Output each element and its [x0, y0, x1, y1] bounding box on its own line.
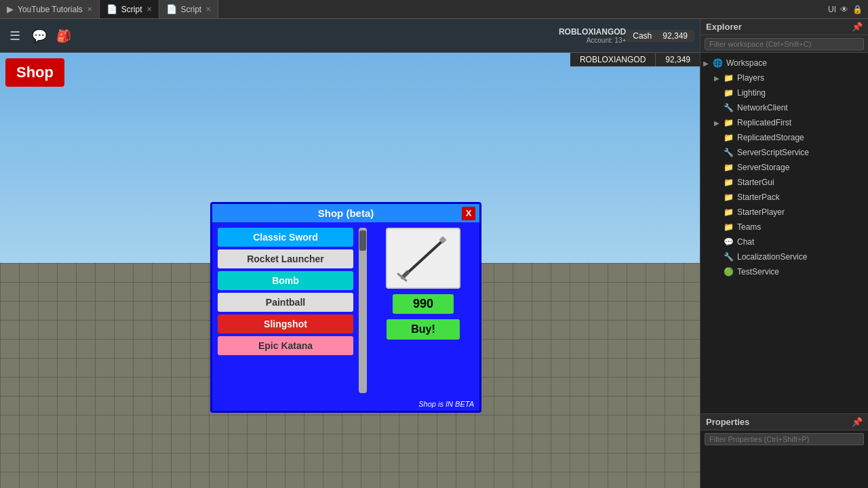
backpack-icon[interactable]: 🎒 [54, 26, 73, 45]
hud-cash-table-row: ROBLOXIANGOD 92,349 [570, 53, 700, 66]
item-rocket-launcher[interactable]: Rocket Launcher [218, 249, 353, 268]
tree-label-chat: Chat [737, 237, 754, 247]
tab-label-script1: Script [121, 5, 142, 14]
tab-label-script2: Script [181, 5, 202, 14]
tab-label: YouTube Tutorials [18, 5, 83, 14]
chevron-workspace: ▶ [701, 60, 711, 67]
shop-modal: Shop (beta) X Classic Sword Rocket Launc… [210, 202, 481, 413]
shop-close-button[interactable]: X [462, 207, 475, 220]
tab-close-youtube[interactable]: ✕ [87, 5, 92, 13]
service-icon-serverscriptservice: 🔧 [722, 146, 734, 159]
tree-item-testservice[interactable]: 🟢 TestService [701, 264, 868, 279]
properties-title: Properties [706, 417, 749, 427]
explorer-header: Explorer 📌 [701, 19, 868, 35]
player-name: ROBLOXIANGOD [559, 27, 626, 37]
player-info: ROBLOXIANGOD Account: 13+ [559, 27, 626, 44]
folder-icon-serverstorage: 📁 [722, 161, 734, 174]
top-hud: ☰ 💬 🎒 ROBLOXIANGOD Account: 13+ Cash 92,… [0, 19, 700, 53]
tab-script-1[interactable]: 📄 Script ✕ [100, 0, 159, 18]
explorer-title: Explorer [706, 22, 742, 32]
cash-bar: Cash 92,349 [626, 30, 694, 42]
folder-icon-startergui: 📁 [722, 176, 734, 188]
folder-icon-replicatedfirst: 📁 [722, 117, 734, 129]
service-icon-localization: 🔧 [722, 251, 734, 263]
properties-body [701, 447, 868, 488]
tree-label-starterplayer: StarterPlayer [737, 207, 785, 217]
item-image [386, 228, 460, 289]
tree-item-starterplayer[interactable]: 📁 StarterPlayer [701, 205, 868, 220]
chat-icon: 💬 [722, 236, 734, 248]
item-paintball[interactable]: Paintball [218, 293, 353, 312]
scrollbar-thumb [359, 230, 366, 251]
tree-label-localizationservice: LocalizationService [737, 252, 807, 262]
eye-icon[interactable]: 👁 [840, 5, 848, 14]
youtube-icon: ▶ [7, 4, 14, 14]
table-cash-value: 92,349 [656, 53, 700, 66]
tree-item-serverscriptservice[interactable]: 🔧 ServerScriptService [701, 145, 868, 160]
game-viewport[interactable]: ☰ 💬 🎒 ROBLOXIANGOD Account: 13+ Cash 92,… [0, 19, 700, 488]
explorer-pin-icon[interactable]: 📌 [852, 22, 863, 32]
buy-button[interactable]: Buy! [387, 319, 460, 340]
folder-icon-lighting: 📁 [722, 87, 734, 99]
explorer-tree: ▶ 🌐 Workspace ▶ 📁 Players 📁 Lighting [701, 53, 868, 413]
properties-pin-icon[interactable]: 📌 [852, 417, 863, 427]
tree-item-lighting[interactable]: 📁 Lighting [701, 85, 868, 100]
script-icon-2: 📄 [166, 4, 177, 14]
explorer-panel: Explorer 📌 ▶ 🌐 Workspace ▶ 📁 Players [700, 19, 868, 488]
item-price: 990 [393, 294, 454, 314]
tree-item-networkclient[interactable]: 🔧 NetworkClient [701, 100, 868, 115]
tab-close-script1[interactable]: ✕ [146, 5, 152, 13]
tab-script-2[interactable]: 📄 Script ✕ [159, 0, 219, 18]
tree-label-networkclient: NetworkClient [737, 103, 788, 113]
tree-label-serverscriptservice: ServerScriptService [737, 148, 809, 157]
tree-label-replicatedfirst: ReplicatedFirst [737, 118, 791, 127]
main-row: ☰ 💬 🎒 ROBLOXIANGOD Account: 13+ Cash 92,… [0, 19, 868, 488]
tab-youtube-tutorials[interactable]: ▶ YouTube Tutorials ✕ [0, 0, 100, 18]
chevron-replicatedfirst: ▶ [711, 119, 722, 127]
tab-close-script2[interactable]: ✕ [205, 5, 211, 13]
shop-title: Shop (beta) [318, 207, 374, 219]
shop-body: Classic Sword Rocket Launcher Bomb Paint… [212, 222, 479, 399]
list-scrollbar[interactable] [359, 228, 367, 393]
tree-item-workspace[interactable]: ▶ 🌐 Workspace [701, 56, 868, 70]
svg-line-1 [403, 272, 408, 277]
tree-item-starterpack[interactable]: 📁 StarterPack [701, 190, 868, 205]
item-list: Classic Sword Rocket Launcher Bomb Paint… [218, 228, 353, 393]
item-epic-katana[interactable]: Epic Katana [218, 336, 353, 355]
table-player-name: ROBLOXIANGOD [570, 53, 656, 66]
tree-item-teams[interactable]: 📁 Teams [701, 220, 868, 235]
tree-item-startergui[interactable]: 📁 StarterGui [701, 175, 868, 190]
account-level: Account: 13+ [559, 37, 626, 44]
lock-icon[interactable]: 🔒 [852, 5, 863, 14]
shop-title-bar: Shop (beta) X [212, 204, 479, 222]
service-icon-networkclient: 🔧 [722, 102, 734, 114]
item-slingshot[interactable]: Slingshot [218, 314, 353, 333]
tree-item-serverstorage[interactable]: 📁 ServerStorage [701, 160, 868, 175]
item-preview: 990 Buy! [372, 228, 474, 393]
tree-label-lighting: Lighting [737, 88, 766, 98]
tree-item-replicatedfirst[interactable]: ▶ 📁 ReplicatedFirst [701, 115, 868, 130]
item-bomb[interactable]: Bomb [218, 271, 353, 290]
tree-label-workspace: Workspace [726, 58, 767, 68]
shop-footer: Shop is IN BETA [212, 399, 479, 411]
folder-icon-teams: 📁 [722, 221, 734, 233]
item-classic-sword[interactable]: Classic Sword [218, 228, 353, 247]
hamburger-menu-icon[interactable]: ☰ [5, 26, 24, 45]
tree-label-serverstorage: ServerStorage [737, 163, 789, 172]
cash-value: 92,349 [663, 31, 688, 41]
tree-item-replicatedstorage[interactable]: 📁 ReplicatedStorage [701, 130, 868, 145]
tree-item-localizationservice[interactable]: 🔧 LocalizationService [701, 249, 868, 264]
chevron-players: ▶ [711, 75, 722, 82]
tree-item-chat[interactable]: 💬 Chat [701, 235, 868, 249]
tab-bar: ▶ YouTube Tutorials ✕ 📄 Script ✕ 📄 Scrip… [0, 0, 868, 19]
tree-label-players: Players [737, 73, 764, 83]
properties-filter-input[interactable] [705, 433, 864, 445]
chat-bubble-icon[interactable]: 💬 [30, 26, 49, 45]
shop-button[interactable]: Shop [5, 58, 64, 87]
tree-item-players[interactable]: ▶ 📁 Players [701, 70, 868, 85]
tree-label-startergui: StarterGui [737, 178, 774, 187]
explorer-filter-input[interactable] [705, 38, 864, 50]
folder-icon-replicatedstorage: 📁 [722, 131, 734, 144]
tree-label-replicatedstorage: ReplicatedStorage [737, 133, 804, 142]
properties-filter [701, 430, 868, 447]
